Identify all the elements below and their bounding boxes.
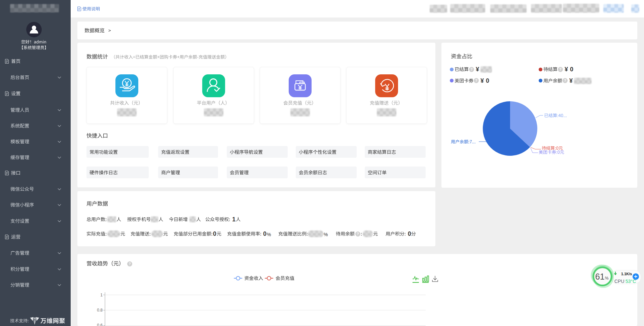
- svg-text:?: ?: [357, 232, 359, 236]
- svg-text:?: ?: [129, 262, 131, 266]
